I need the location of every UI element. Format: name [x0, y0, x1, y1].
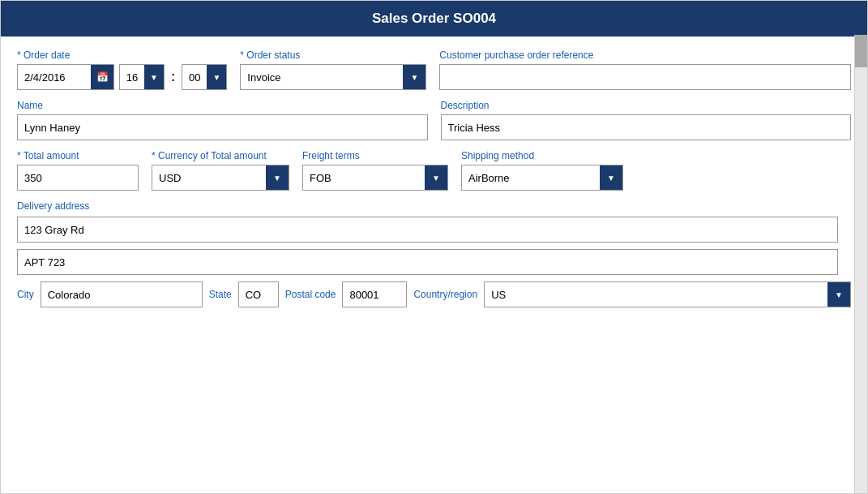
- total-amount-input[interactable]: [17, 165, 139, 191]
- delivery-address-section: Delivery address City State Postal code …: [17, 200, 851, 307]
- order-status-label: Order status: [240, 49, 426, 61]
- order-date-input-wrapper[interactable]: 📅: [17, 64, 114, 90]
- row-amounts: Total amount Currency of Total amount US…: [17, 150, 851, 191]
- postal-input[interactable]: [342, 281, 407, 307]
- country-chevron[interactable]: ▼: [827, 282, 850, 307]
- time-hour-dropdown[interactable]: ▼: [144, 65, 164, 89]
- order-status-select[interactable]: Invoice Draft Confirmed Cancelled: [241, 65, 403, 89]
- time-minute-wrapper[interactable]: ▼: [182, 64, 227, 90]
- shipping-method-chevron[interactable]: ▼: [600, 165, 622, 190]
- currency-group: Currency of Total amount USD EUR GBP JPY…: [152, 150, 289, 191]
- order-status-chevron[interactable]: ▼: [403, 65, 425, 89]
- time-hour-input[interactable]: [120, 65, 144, 89]
- shipping-method-label: Shipping method: [461, 150, 623, 161]
- city-state-postal-country-row: City State Postal code Country/region US…: [17, 281, 851, 307]
- state-label: State: [209, 289, 232, 300]
- name-label: Name: [17, 100, 428, 111]
- customer-po-ref-group: Customer purchase order reference: [439, 49, 851, 90]
- time-minute-dropdown[interactable]: ▼: [207, 65, 226, 89]
- delivery-line2-input[interactable]: [17, 249, 838, 275]
- customer-po-ref-label: Customer purchase order reference: [439, 49, 851, 61]
- scrollbar[interactable]: [854, 35, 867, 493]
- country-select-wrapper[interactable]: US CA GB AU DE ▼: [484, 281, 851, 307]
- description-group: Description: [441, 100, 852, 140]
- order-status-group: Order status Invoice Draft Confirmed Can…: [240, 49, 426, 90]
- country-select[interactable]: US CA GB AU DE: [485, 282, 827, 307]
- currency-select-wrapper[interactable]: USD EUR GBP JPY ▼: [152, 165, 289, 191]
- state-input[interactable]: [238, 281, 279, 307]
- currency-chevron[interactable]: ▼: [266, 165, 289, 190]
- total-amount-group: Total amount: [17, 150, 139, 191]
- city-label: City: [17, 289, 34, 300]
- city-input[interactable]: [41, 281, 203, 307]
- time-hour-wrapper[interactable]: ▼: [119, 64, 165, 90]
- scrollbar-thumb[interactable]: [855, 35, 867, 67]
- description-label: Description: [441, 100, 852, 111]
- order-date-label: Order date: [17, 49, 227, 61]
- delivery-address-label: Delivery address: [17, 200, 851, 212]
- name-group: Name: [17, 100, 428, 140]
- freight-terms-chevron[interactable]: ▼: [425, 165, 447, 190]
- freight-terms-select-wrapper[interactable]: FOB CIF EXW DDP ▼: [302, 165, 448, 191]
- freight-terms-select[interactable]: FOB CIF EXW DDP: [303, 165, 425, 190]
- shipping-method-select-wrapper[interactable]: AirBorne Ground Express Economy ▼: [461, 165, 623, 191]
- row-name-description: Name Description: [17, 100, 851, 140]
- postal-label: Postal code: [285, 289, 336, 300]
- delivery-line2-row: [17, 249, 851, 275]
- delivery-line1-row: [17, 217, 851, 243]
- description-input[interactable]: [441, 114, 852, 140]
- window-title: Sales Order SO004: [1, 1, 867, 37]
- title-text: Sales Order SO004: [372, 11, 496, 26]
- customer-po-ref-input[interactable]: [439, 64, 851, 90]
- form-content: Order date 📅 ▼ : ▼: [1, 37, 867, 493]
- row-order-info: Order date 📅 ▼ : ▼: [17, 49, 851, 90]
- time-colon: :: [169, 70, 177, 84]
- shipping-method-select[interactable]: AirBorne Ground Express Economy: [462, 165, 600, 190]
- freight-terms-label: Freight terms: [302, 150, 448, 161]
- calendar-icon[interactable]: 📅: [91, 65, 113, 89]
- order-status-select-wrapper[interactable]: Invoice Draft Confirmed Cancelled ▼: [240, 64, 426, 90]
- order-date-group: Order date 📅 ▼ : ▼: [17, 49, 227, 90]
- total-amount-label: Total amount: [17, 150, 139, 161]
- shipping-method-group: Shipping method AirBorne Ground Express …: [461, 150, 623, 191]
- delivery-line1-input[interactable]: [17, 217, 838, 243]
- currency-select[interactable]: USD EUR GBP JPY: [152, 165, 266, 190]
- name-input[interactable]: [17, 114, 428, 140]
- currency-label: Currency of Total amount: [152, 150, 289, 161]
- sales-order-window: Sales Order SO004 Order date 📅 ▼ :: [0, 0, 868, 494]
- time-minute-input[interactable]: [182, 65, 207, 89]
- country-label: Country/region: [413, 289, 477, 300]
- freight-terms-group: Freight terms FOB CIF EXW DDP ▼: [302, 150, 448, 191]
- order-date-input[interactable]: [18, 65, 91, 89]
